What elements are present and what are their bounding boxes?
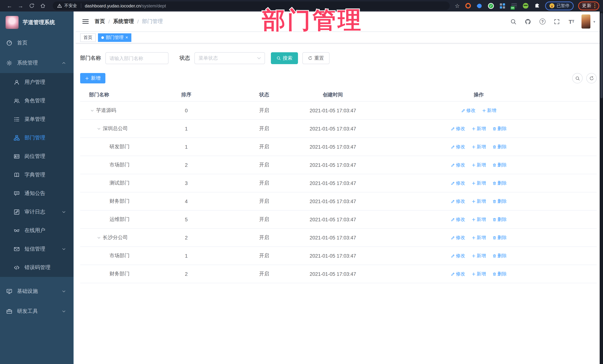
caret-down-icon[interactable]: ▾ (593, 20, 595, 23)
user-avatar[interactable] (581, 14, 590, 29)
browser-scrollbar[interactable] (600, 11, 603, 364)
row-action-edit[interactable]: 修改 (451, 180, 465, 186)
row-action-add[interactable]: 新增 (471, 162, 486, 168)
row-action-delete[interactable]: 删除 (492, 144, 507, 150)
row-action-edit[interactable]: 修改 (451, 271, 465, 277)
green-check-extension-icon[interactable]: ✓ (487, 2, 494, 9)
sidebar-item-在线用户[interactable]: 在线用户 (0, 221, 73, 240)
table-row: 财务部门4开启2021-01-05 17:03:47修改新增删除 (80, 192, 597, 210)
row-action-delete[interactable]: 删除 (492, 198, 507, 204)
tree-caret-icon[interactable] (96, 126, 102, 132)
row-action-add[interactable]: 新增 (471, 198, 486, 204)
chevron-up-icon (62, 61, 66, 65)
row-action-add[interactable]: 新增 (471, 271, 486, 277)
search-icon[interactable] (510, 18, 517, 25)
panel-on-extension-icon[interactable]: on (510, 2, 517, 9)
sidebar-item-首页[interactable]: 首页 (0, 33, 73, 53)
spy-extension-icon[interactable] (522, 2, 529, 9)
paused-badge[interactable]: 已暂停 (545, 1, 573, 10)
reset-button[interactable]: 重置 (302, 52, 329, 64)
cell-dept-name: 财务部门 (80, 198, 149, 205)
sidebar-item-字典管理[interactable]: 字典管理 (0, 166, 73, 184)
tab-home[interactable]: 首页 (80, 33, 96, 42)
row-action-edit[interactable]: 修改 (451, 198, 465, 204)
refresh-table-button[interactable] (586, 73, 597, 83)
sidebar-item-用户管理[interactable]: 用户管理 (0, 73, 73, 92)
sidebar-item-审计日志[interactable]: 审计日志 (0, 203, 73, 221)
github-icon[interactable] (524, 18, 532, 25)
sidebar-item-岗位管理[interactable]: 岗位管理 (0, 147, 73, 166)
tree-caret-icon[interactable] (89, 108, 95, 113)
sidebar-item-角色管理[interactable]: 角色管理 (0, 92, 73, 110)
url-divider (81, 3, 81, 8)
row-action-delete[interactable]: 删除 (492, 180, 507, 186)
row-action-add[interactable]: 新增 (471, 144, 486, 150)
breadcrumb-system[interactable]: 系统管理 (113, 18, 134, 25)
row-action-delete[interactable]: 删除 (492, 125, 507, 132)
blue-pin-extension-icon[interactable] (476, 2, 483, 9)
sidebar-scrollbar[interactable] (73, 11, 76, 364)
code-icon (13, 265, 20, 271)
sidebar-item-菜单管理[interactable]: 菜单管理 (0, 110, 73, 129)
row-action-delete[interactable]: 删除 (492, 271, 507, 277)
sidebar-item-短信管理[interactable]: 短信管理 (0, 240, 73, 258)
orange-ring-extension-icon[interactable] (464, 2, 471, 9)
row-action-edit[interactable]: 修改 (451, 162, 465, 168)
browser-menu-icon[interactable] (594, 3, 595, 8)
row-action-label: 新增 (477, 271, 486, 277)
tab-dept-management[interactable]: 部门管理 × (98, 33, 131, 42)
sidebar-logo[interactable]: 芋道管理系统 (0, 11, 73, 33)
cell-created: 2021-01-05 17:03:47 (305, 162, 361, 168)
row-action-edit[interactable]: 修改 (461, 107, 475, 114)
forward-icon[interactable]: → (18, 3, 23, 9)
font-size-icon[interactable]: TT (568, 18, 575, 25)
search-button[interactable]: 搜索 (271, 52, 298, 64)
home-icon[interactable] (40, 3, 46, 9)
hamburger-icon[interactable] (79, 15, 92, 28)
fullscreen-icon[interactable] (553, 18, 561, 25)
dept-name-input[interactable] (105, 52, 168, 64)
row-action-add[interactable]: 新增 (471, 180, 486, 186)
scrollbar-thumb[interactable] (600, 13, 603, 98)
row-action-edit[interactable]: 修改 (451, 125, 465, 132)
sidebar-submenu: 用户管理角色管理菜单管理部门管理岗位管理字典管理通知公告审计日志在线用户短信管理… (0, 73, 73, 277)
status-select[interactable]: 菜单状态 (195, 52, 265, 64)
row-action-add[interactable]: 新增 (471, 216, 486, 223)
reload-icon[interactable] (29, 3, 35, 9)
row-action-add[interactable]: 新增 (471, 234, 486, 241)
row-action-add[interactable]: 新增 (471, 125, 486, 132)
address-bar[interactable]: 不安全 dashboard.yudao.iocoder.cn/system/de… (53, 1, 450, 10)
row-action-edit[interactable]: 修改 (451, 216, 465, 223)
row-action-edit[interactable]: 修改 (451, 144, 465, 150)
row-action-label: 修改 (456, 125, 465, 132)
add-button[interactable]: 新增 (80, 73, 105, 83)
puzzle-extensions-icon[interactable] (533, 2, 540, 9)
cell-actions: 修改新增删除 (361, 198, 597, 204)
audit-icon (13, 209, 20, 215)
tree-caret-icon[interactable] (96, 235, 102, 241)
bookmark-star-icon[interactable]: ☆ (455, 2, 460, 9)
edit-icon (451, 145, 455, 149)
sidebar-item-错误码管理[interactable]: 错误码管理 (0, 258, 73, 277)
update-button[interactable]: 更新 (578, 1, 599, 10)
row-action-delete[interactable]: 删除 (492, 162, 507, 168)
sidebar-item-通知公告[interactable]: 通知公告 (0, 184, 73, 203)
back-icon[interactable]: ← (7, 3, 12, 9)
row-action-delete[interactable]: 删除 (492, 234, 507, 241)
cell-status: 开启 (223, 198, 305, 205)
sidebar-item-研发工具[interactable]: 研发工具 (0, 301, 73, 321)
row-action-edit[interactable]: 修改 (451, 234, 465, 241)
row-action-delete[interactable]: 删除 (492, 216, 507, 223)
close-tab-icon[interactable]: × (126, 35, 128, 40)
row-action-add[interactable]: 新增 (471, 253, 486, 259)
grid-extension-icon[interactable] (499, 2, 506, 9)
row-action-delete[interactable]: 删除 (492, 253, 507, 259)
help-icon[interactable]: ? (539, 18, 546, 25)
sidebar-item-基础设施[interactable]: 基础设施 (0, 281, 73, 301)
row-action-add[interactable]: 新增 (482, 107, 496, 114)
breadcrumb-home[interactable]: 首页 (95, 18, 105, 25)
sidebar-item-系统管理[interactable]: 系统管理 (0, 53, 73, 73)
sidebar-item-部门管理[interactable]: 部门管理 (0, 129, 73, 147)
row-action-edit[interactable]: 修改 (451, 253, 465, 259)
show-search-button[interactable] (572, 73, 583, 83)
